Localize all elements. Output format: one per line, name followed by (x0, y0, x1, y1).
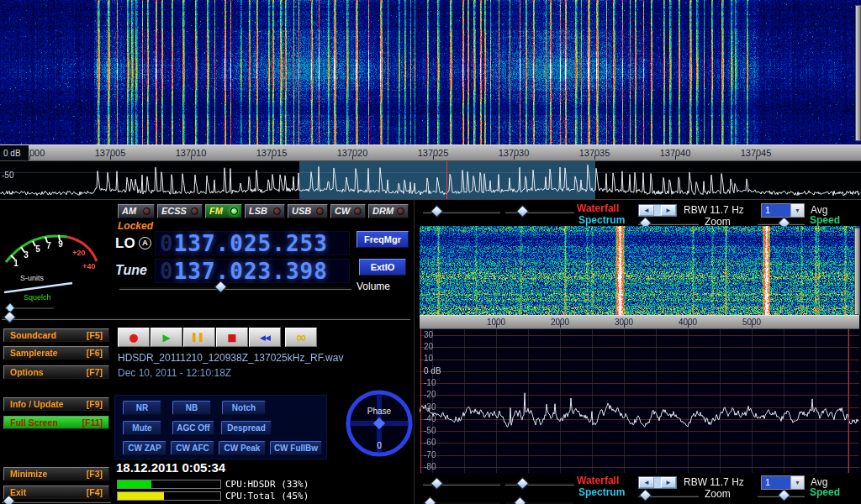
avg-dropdown-value: 1 (762, 476, 790, 489)
pan-scrollbar[interactable]: ◄ ► (638, 204, 677, 217)
mode-drm[interactable]: DRM (368, 204, 409, 218)
waterfall-gain-slider-thumb[interactable] (430, 205, 444, 218)
exit-button[interactable]: Exit [F4] (3, 486, 109, 499)
cw-peak-button[interactable]: CW Peak (219, 441, 266, 455)
cw-fullbw-button[interactable]: CW FullBw (270, 441, 322, 455)
hotkey-label: [F7] (87, 366, 103, 378)
despread-button[interactable]: Despread (221, 421, 272, 435)
avg-dropdown[interactable]: 1 ▼ (761, 475, 805, 490)
options-button[interactable]: Options [F7] (3, 365, 109, 379)
chevron-down-icon[interactable]: ▼ (790, 204, 804, 217)
mode-cw[interactable]: CW (330, 204, 366, 218)
loop-button[interactable]: ∞ (285, 328, 317, 347)
divider (414, 200, 415, 504)
tick (29, 155, 30, 160)
mode-am[interactable]: AM (118, 204, 155, 218)
mute-button[interactable]: Mute (123, 421, 161, 435)
play-button[interactable]: ▶ (151, 328, 182, 347)
extra-slider-thumb[interactable] (424, 496, 437, 504)
zoom-slider-thumb[interactable] (639, 489, 652, 502)
main-waterfall-display[interactable] (0, 0, 861, 144)
button-label: Options (10, 366, 44, 378)
waterfall-contrast-slider-thumb[interactable] (516, 477, 530, 491)
zoom-waterfall-display[interactable] (420, 226, 859, 315)
play-icon: ▶ (162, 332, 170, 344)
hotkey-label: [F5] (87, 329, 103, 341)
button-label: Samplerate (10, 347, 58, 359)
playback-controls: ● ▶ ▌▌ ■ ◀◀ ∞ (118, 328, 317, 347)
rewind-button[interactable]: ◀◀ (249, 328, 281, 347)
waterfall-level-slider[interactable] (855, 5, 861, 141)
nr-button[interactable]: NR (123, 401, 161, 415)
extio-button[interactable]: ExtIO (359, 259, 406, 276)
db-axis-label: 20 (424, 342, 433, 351)
extra-slider-thumb[interactable] (514, 496, 527, 504)
pan-scrollbar[interactable]: ◄ ► (638, 476, 677, 489)
stop-button[interactable]: ■ (216, 328, 248, 347)
db-axis-label: -50 (424, 426, 436, 435)
waterfall-gain-slider-thumb[interactable] (430, 477, 444, 491)
freqmgr-button[interactable]: FreqMgr (357, 231, 409, 248)
mode-usb[interactable]: USB (288, 204, 328, 218)
mode-label: ECSS (161, 205, 187, 218)
pan-left-icon[interactable]: ◄ (639, 477, 654, 488)
panel-slider-track[interactable] (2, 317, 410, 320)
mode-led-icon (354, 207, 362, 215)
phase-label: Phase (367, 407, 392, 416)
tick (752, 323, 753, 328)
fullscreen-button[interactable]: Full Screen [F11] (3, 416, 109, 429)
mode-ecss[interactable]: ECSS (157, 204, 203, 218)
tick (675, 155, 676, 160)
record-button[interactable]: ● (118, 328, 150, 347)
samplerate-button[interactable]: Samplerate [F6] (3, 346, 109, 360)
zoom-label: Zoom (705, 488, 731, 500)
mode-lsb[interactable]: LSB (245, 204, 285, 218)
agc-off-button[interactable]: AGC Off (172, 421, 214, 435)
bottom-left-slider-track[interactable] (2, 500, 111, 503)
dsp-panel: NR NB Notch Mute AGC Off Despread CW ZAP… (114, 395, 327, 459)
passband-selection[interactable] (299, 161, 595, 199)
pan-right-icon[interactable]: ► (661, 205, 676, 216)
vfo-a-badge[interactable]: A (139, 237, 151, 249)
minimize-button[interactable]: Minimize [F3] (3, 467, 109, 480)
frequency-ruler[interactable]: 137000 137005 137010 137015 137020 13702… (0, 144, 861, 161)
db-axis-label: -10 (424, 378, 436, 387)
cpu-total-label: CPU:Total (45%) (225, 491, 309, 501)
nb-button[interactable]: NB (172, 401, 211, 415)
cpu-hdsdr-meter (117, 480, 221, 489)
s-meter: 1 3 5 7 9 +20 +40 S-units Squelch (2, 202, 111, 312)
panel-slider-thumb[interactable] (3, 311, 17, 324)
pan-left-icon[interactable]: ◄ (639, 205, 654, 216)
db-axis-label: 10 (424, 354, 433, 363)
info-update-button[interactable]: Info / Update [F9] (3, 397, 109, 411)
zoom-frequency-ruler[interactable]: 1000 2000 3000 4000 5000 (420, 315, 859, 329)
tune-frequency-display[interactable]: 0137.023.398 (155, 259, 350, 283)
notch-button[interactable]: Notch (222, 401, 266, 415)
mode-label: LSB (249, 205, 267, 218)
lo-frequency-display[interactable]: 0137.025.253 (155, 231, 350, 255)
hotkey-label: [F3] (87, 468, 103, 480)
zoom-spectrum-display[interactable] (420, 329, 859, 473)
pan-right-icon[interactable]: ► (661, 477, 676, 488)
soundcard-button[interactable]: Soundcard [F5] (3, 328, 109, 342)
mode-fm[interactable]: FM (205, 204, 242, 218)
tune-frequency-value: 137.023.398 (174, 259, 328, 284)
lo-label: LO (115, 235, 135, 252)
s-meter-tick-label: 3 (24, 250, 29, 260)
pause-button[interactable]: ▌▌ (183, 328, 215, 347)
cw-afc-button[interactable]: CW AFC (171, 441, 214, 455)
tune-marker-line[interactable] (446, 161, 447, 199)
hotkey-label: [F6] (87, 347, 103, 359)
volume-slider-track[interactable] (119, 286, 351, 290)
zoom-waterfall-level-slider[interactable] (854, 228, 860, 315)
cpu-total-fill (118, 492, 164, 500)
mode-label: CW (335, 205, 350, 218)
avg-dropdown[interactable]: 1 ▼ (761, 203, 805, 218)
cw-zap-button[interactable]: CW ZAP (123, 441, 166, 455)
loop-icon: ∞ (295, 329, 306, 345)
mode-led-icon (230, 207, 238, 215)
waterfall-contrast-slider-thumb[interactable] (516, 205, 530, 218)
chevron-down-icon[interactable]: ▼ (790, 476, 804, 489)
control-panel: 1 3 5 7 9 +20 +40 S-units Squelch Soundc… (0, 199, 861, 504)
speed-slider-thumb[interactable] (778, 489, 791, 502)
